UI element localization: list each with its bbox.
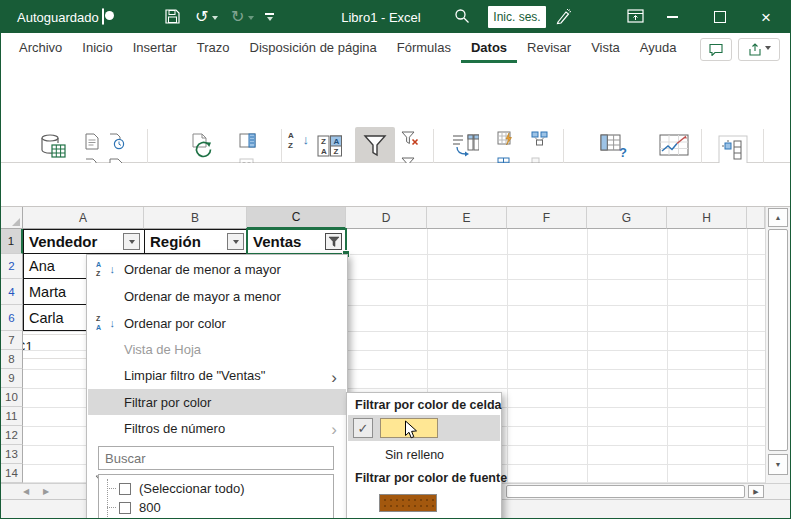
menu-item-filter-by-color[interactable]: ✓ Filtrar por color›: [88, 389, 346, 415]
horizontal-scroll-thumb[interactable]: [506, 485, 745, 498]
comments-button[interactable]: [700, 38, 732, 61]
menu-item-sort-asc[interactable]: AZ↓ Ordenar de menor a mayor: [88, 256, 346, 283]
checkbox-select-all[interactable]: [119, 483, 131, 495]
search-input[interactable]: [98, 446, 334, 470]
svg-text:A: A: [321, 147, 327, 156]
menu-item-sort-desc[interactable]: ZA↓ Ordenar de mayor a menor: [88, 283, 346, 310]
save-button[interactable]: [164, 8, 181, 25]
comment-icon: [709, 43, 723, 56]
recent-sources-icon[interactable]: [109, 133, 125, 150]
row-header-4[interactable]: 4: [1, 279, 23, 305]
refresh-all-icon: [189, 131, 215, 161]
redo-icon: ↻: [231, 7, 244, 26]
undo-button[interactable]: ↺: [195, 7, 218, 26]
sort-az-menu-icon: AZ↓: [95, 261, 115, 279]
filter-value-select-all[interactable]: (Seleccionar todo): [99, 479, 333, 498]
filter-value-list: (Seleccionar todo) 800 950: [98, 474, 334, 519]
scroll-right-button[interactable]: ▶: [748, 485, 764, 498]
row-header-10[interactable]: 10: [1, 388, 23, 407]
close-button[interactable]: ×: [761, 8, 771, 28]
filter-button-vendedor[interactable]: [123, 233, 140, 250]
row-header-6[interactable]: 6: [1, 305, 23, 331]
flash-fill-icon[interactable]: [497, 131, 514, 147]
autosave-toggle[interactable]: [102, 8, 104, 25]
checkbox-800[interactable]: [119, 502, 131, 514]
autosave-label: Autoguardado: [17, 10, 99, 25]
maximize-button[interactable]: [714, 11, 726, 23]
search-button[interactable]: [454, 8, 470, 24]
cell-color-selected-row[interactable]: ✓: [348, 415, 500, 441]
filter-button-ventas[interactable]: [325, 233, 342, 250]
tab-archivo[interactable]: Archivo: [9, 34, 72, 63]
consolidate-icon[interactable]: [531, 131, 548, 147]
sheet-nav-left-icon[interactable]: ◀: [23, 487, 29, 496]
row-header-11[interactable]: 11: [1, 407, 23, 426]
tab-insertar[interactable]: Insertar: [123, 34, 187, 63]
share-icon: [748, 43, 762, 56]
outline-icon: [718, 133, 748, 167]
column-header-c[interactable]: C: [247, 207, 346, 229]
tab-revisar[interactable]: Revisar: [517, 34, 581, 63]
signin-button[interactable]: Inic. ses.: [488, 6, 546, 28]
menu-item-clear-filter[interactable]: Limpiar filtro de "Ventas": [88, 362, 346, 389]
ribbon: Obtener datos Obtener y transformar d...…: [1, 63, 790, 163]
column-header-g[interactable]: G: [587, 207, 667, 229]
row-header-1[interactable]: 1: [1, 229, 23, 254]
menu-item-number-filters[interactable]: Filtros de número›: [88, 415, 346, 441]
tab-formulas[interactable]: Fórmulas: [387, 34, 461, 63]
column-header-a[interactable]: A: [23, 207, 144, 229]
tab-ayuda[interactable]: Ayuda: [630, 34, 687, 63]
tab-inicio[interactable]: Inicio: [72, 34, 122, 63]
svg-text:Z: Z: [321, 137, 326, 146]
filter-button-region[interactable]: [227, 233, 244, 250]
no-fill-option[interactable]: Sin relleno: [385, 448, 444, 462]
cell-color-header: Filtrar por color de celda: [355, 398, 502, 412]
scroll-down-button[interactable]: ▼: [768, 454, 788, 475]
clear-filter-icon[interactable]: [401, 131, 419, 147]
tab-datos[interactable]: Datos: [461, 34, 517, 63]
ribbon-display-button[interactable]: [627, 8, 644, 24]
minimize-button[interactable]: [667, 16, 678, 18]
column-header-f[interactable]: F: [507, 207, 587, 229]
close-icon: ×: [761, 8, 771, 28]
select-all-corner[interactable]: [1, 207, 23, 229]
from-text-file-icon[interactable]: [85, 133, 99, 150]
tab-disposicion[interactable]: Disposición de página: [240, 34, 387, 63]
row-header-13[interactable]: 13: [1, 445, 23, 464]
cell-color-checkmark-icon: ✓: [353, 418, 373, 438]
menu-item-sort-by-color[interactable]: Ordenar por color›: [88, 310, 346, 336]
tab-trazo[interactable]: Trazo: [187, 34, 240, 63]
row-header-12[interactable]: 12: [1, 426, 23, 445]
row-header-8[interactable]: 8: [1, 350, 23, 369]
excel-window: Autoguardado ↺ ↻ Libro1 - Excel Inic. se…: [0, 0, 791, 519]
vertical-scroll-thumb[interactable]: [768, 229, 788, 451]
row-header-14[interactable]: 14: [1, 464, 23, 483]
redo-button[interactable]: ↻: [231, 7, 254, 26]
font-color-header: Filtrar por color de fuente: [355, 471, 507, 485]
sort-asc-button[interactable]: AZ↓: [287, 131, 309, 151]
color-submenu: Filtrar por color de celda ✓ Sin relleno…: [346, 392, 502, 519]
row-header-2[interactable]: 2: [1, 254, 23, 279]
row-header-9[interactable]: 9: [1, 369, 23, 388]
filter-value-800[interactable]: 800: [99, 498, 333, 517]
queries-connections-icon[interactable]: [239, 133, 256, 148]
row-header-7[interactable]: 7: [1, 331, 23, 350]
column-header-b[interactable]: B: [144, 207, 247, 229]
font-color-swatch[interactable]: [379, 494, 437, 512]
ribbon-display-icon: [627, 8, 644, 24]
quick-access-chevron[interactable]: [265, 13, 274, 24]
column-header-partial[interactable]: [747, 207, 765, 229]
scroll-up-button[interactable]: ▲: [768, 208, 788, 227]
tab-vista[interactable]: Vista: [581, 34, 630, 63]
column-header-h[interactable]: H: [667, 207, 747, 229]
menu-item-sheet-view[interactable]: Vista de Hoja›: [88, 336, 346, 362]
column-header-d[interactable]: D: [346, 207, 427, 229]
ink-editor-button[interactable]: [554, 8, 572, 25]
undo-icon: ↺: [195, 7, 208, 26]
vertical-scrollbar[interactable]: ▲ ▼: [765, 207, 790, 483]
sheet-nav-right-icon[interactable]: ▶: [43, 487, 49, 496]
save-icon: [164, 8, 181, 25]
share-button[interactable]: [738, 38, 780, 61]
column-header-e[interactable]: E: [427, 207, 507, 229]
text-to-columns-icon: [451, 131, 479, 161]
